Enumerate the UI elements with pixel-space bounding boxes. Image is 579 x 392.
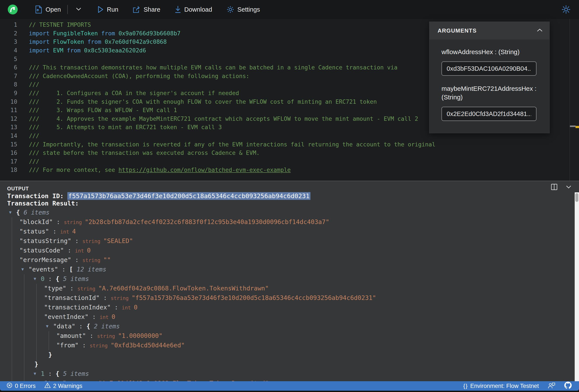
open-dropdown-button[interactable] [73, 5, 84, 14]
line-number: 8 [0, 81, 17, 88]
tree-row: ▼{ 6 items [0, 208, 574, 217]
warning-triangle-icon [44, 382, 51, 390]
github-octocat-icon [564, 382, 572, 391]
overview-ruler-divider [570, 19, 570, 181]
environment-status[interactable]: {} Environment: Flow Testnet [463, 383, 539, 390]
line-number: 12 [0, 115, 17, 122]
code-line: 17/// [0, 157, 579, 166]
toolbar-divider [67, 5, 68, 14]
settings-button[interactable]: Settings [226, 4, 261, 15]
download-label: Download [184, 6, 212, 13]
transaction-result-label: Transaction Result: [7, 200, 79, 207]
overview-ruler-marker [570, 125, 576, 127]
run-label: Run [107, 6, 118, 13]
tree-row: "statusCode" : int 0 [0, 246, 574, 255]
code-link[interactable]: https://github.com/onflow/batched-evm-ex… [119, 167, 291, 173]
theme-toggle-sun-icon[interactable] [561, 5, 571, 15]
transaction-result-tree: ▼{ 6 items"blockId" : string "2b28cbfb87… [0, 208, 574, 382]
arguments-panel-header[interactable]: ARGUMENTS [430, 22, 549, 40]
tree-row: } [0, 350, 574, 360]
tree-row: } [0, 360, 574, 369]
tree-row: ▼"events" : [ 12 items [0, 265, 574, 274]
tree-row: "errorMessage" : string "" [0, 255, 574, 265]
line-number: 2 [0, 30, 17, 37]
collapse-triangle-icon[interactable]: ▼ [9, 208, 16, 217]
chevron-up-icon[interactable] [536, 28, 543, 33]
flow-logo-icon[interactable] [8, 4, 18, 14]
split-view-icon[interactable] [551, 184, 557, 190]
line-number: 10 [0, 98, 17, 105]
line-number: 4 [0, 47, 17, 54]
tree-row: ▼1 : { 5 items [0, 369, 574, 379]
flow-runner-app: Open Run [0, 0, 579, 392]
arguments-title: ARGUMENTS [437, 27, 477, 34]
download-button[interactable]: Download [174, 4, 213, 15]
output-scrollbar-thumb[interactable] [575, 193, 578, 202]
overview-ruler-warning-marker [576, 126, 579, 128]
output-title: OUTPUT [7, 186, 29, 192]
line-number: 3 [0, 38, 17, 45]
line-number: 14 [0, 132, 17, 139]
open-file-icon [35, 5, 42, 14]
transaction-id-value[interactable]: f557a1573b76aa53e73d46f3e10d200d5c18a653… [67, 192, 310, 200]
collapse-triangle-icon[interactable]: ▼ [34, 274, 41, 283]
toolbar: Open Run [0, 0, 579, 19]
settings-label: Settings [237, 6, 260, 13]
run-button[interactable]: Run [97, 4, 119, 15]
share-label: Share [144, 6, 160, 13]
gear-icon [226, 6, 234, 13]
feedback-person-icon [548, 382, 555, 390]
collapse-panel-chevron-icon[interactable] [565, 185, 572, 189]
status-bar: 0 Errors 2 Warnings {} Environment: Flow… [0, 381, 579, 391]
line-number: 11 [0, 107, 17, 113]
output-panel: OUTPUT Transaction ID: f557a1573b76aa53e… [0, 181, 579, 381]
line-number: 7 [0, 73, 17, 79]
chevron-down-icon [75, 7, 82, 12]
argument-input-wflow[interactable] [441, 61, 536, 76]
line-number: 6 [0, 64, 17, 71]
line-number: 1 [0, 21, 17, 28]
tree-row: "from" : string "0xfd3b4cd50d44e6ed" [0, 341, 574, 350]
line-number: 16 [0, 149, 17, 156]
tree-row: "amount" : string "1.00000000" [0, 331, 574, 341]
arguments-panel: ARGUMENTS wflowAddressHex : (String) may… [429, 22, 550, 133]
tree-row: "transactionIndex" : int 0 [0, 303, 574, 312]
argument-label-wflow: wflowAddressHex : (String) [441, 48, 541, 56]
transaction-id-line: Transaction ID: f557a1573b76aa53e73d46f3… [7, 192, 310, 200]
line-number: 17 [0, 158, 17, 165]
desktop-edge-strip [0, 391, 579, 392]
braces-icon: {} [463, 383, 468, 390]
warnings-status[interactable]: 2 Warnings [44, 382, 82, 390]
tree-row: "blockId" : string "2b28cbfb87da2cfec4f0… [0, 217, 574, 227]
tree-row: "transactionId" : string "f557a1573b76aa… [0, 293, 574, 303]
collapse-triangle-icon[interactable]: ▼ [46, 321, 53, 331]
warnings-count-label: 2 Warnings [53, 383, 82, 390]
arguments-body: wflowAddressHex : (String) maybeMintERC7… [430, 40, 549, 133]
code-line: 16/// state before the transaction was e… [0, 149, 579, 157]
line-number: 18 [0, 167, 17, 173]
environment-label: Environment: Flow Testnet [470, 383, 539, 390]
collapse-triangle-icon[interactable]: ▼ [34, 369, 41, 378]
errors-status[interactable]: 0 Errors [6, 382, 36, 390]
line-number: 15 [0, 141, 17, 148]
tree-row: ▼"data" : { 2 items [0, 322, 574, 331]
tree-row: "eventIndex" : int 0 [0, 312, 574, 322]
share-icon [133, 6, 140, 13]
argument-input-maybemint[interactable] [441, 107, 536, 121]
tree-row: "statusString" : string "SEALED" [0, 236, 574, 246]
errors-count-label: 0 Errors [15, 383, 36, 390]
github-button[interactable] [564, 382, 572, 391]
argument-label-maybemint: maybeMintERC721AddressHex : (String) [441, 84, 541, 102]
output-scrollbar-track[interactable] [575, 192, 579, 382]
tree-row: "type" : string "A.7e60df042a9c0868.Flow… [0, 284, 574, 293]
tree-row: ▼0 : { 5 items [0, 274, 574, 284]
collapse-triangle-icon[interactable]: ▼ [21, 264, 28, 274]
feedback-button[interactable] [548, 382, 555, 390]
line-number: 13 [0, 124, 17, 130]
share-button[interactable]: Share [132, 4, 161, 15]
open-label: Open [46, 6, 61, 13]
error-circle-icon [6, 382, 12, 390]
line-number: 5 [0, 56, 17, 62]
open-button[interactable]: Open [34, 4, 62, 15]
transaction-id-label: Transaction ID: [7, 192, 67, 200]
